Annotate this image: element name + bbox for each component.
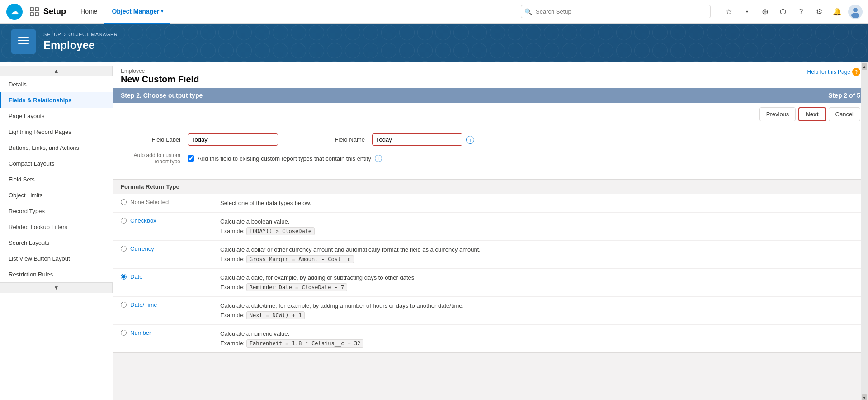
search-input[interactable]: [521, 5, 711, 18]
sidebar-scroll-up[interactable]: ▲: [0, 66, 113, 76]
field-name-info-icon[interactable]: i: [466, 136, 474, 144]
favorites-dropdown-icon[interactable]: ▾: [740, 5, 754, 19]
sidebar-item-field-sets[interactable]: Field Sets: [0, 171, 113, 187]
avatar[interactable]: [848, 5, 863, 19]
form-top-row: Employee New Custom Field Help for this …: [113, 62, 868, 88]
previous-button[interactable]: Previous: [760, 107, 796, 121]
sidebar-item-details[interactable]: Details: [0, 76, 113, 92]
cancel-button[interactable]: Cancel: [829, 107, 860, 121]
right-scrollbar[interactable]: ▲ ▼: [861, 62, 868, 400]
field-name-label: Field Name: [305, 136, 368, 143]
breadcrumb-setup[interactable]: SETUP: [43, 32, 61, 37]
sidebar-item-lightning-record-pages[interactable]: Lightning Record Pages: [0, 124, 113, 140]
top-navigation: ☁ Setup Home Object Manager ▾ 🔍 ☆ ▾ ⊕ ⬡ …: [0, 0, 868, 24]
formula-table: None SelectedSelect one of the data type…: [113, 194, 868, 352]
object-title-area: SETUP › OBJECT MANAGER Employee: [43, 32, 118, 52]
radio-number[interactable]: [121, 330, 127, 336]
formula-desc-checkbox: Calculate a boolean value.Example: TODAY…: [213, 212, 868, 240]
formula-row-number: NumberCalculate a numeric value.Example:…: [113, 324, 868, 352]
step-banner-text: Step 2. Choose output type: [121, 92, 203, 99]
svg-rect-9: [18, 40, 29, 41]
formula-option-none[interactable]: None Selected: [113, 194, 213, 212]
formula-example-datetime: Example: Next = NOW() + 1: [220, 311, 860, 320]
tab-object-manager[interactable]: Object Manager ▾: [104, 0, 170, 24]
help-link-text: Help for this Page: [807, 69, 850, 75]
formula-option-number[interactable]: Number: [113, 324, 213, 352]
svg-rect-3: [35, 8, 38, 11]
main-layout: ▲ DetailsFields & RelationshipsPage Layo…: [0, 62, 868, 400]
sidebar-item-search-layouts[interactable]: Search Layouts: [0, 235, 113, 251]
sidebar-item-related-lookup-filters[interactable]: Related Lookup Filters: [0, 219, 113, 235]
radio-checkbox[interactable]: [121, 218, 127, 224]
object-icon: [11, 29, 36, 54]
gear-icon[interactable]: ⚙: [812, 5, 826, 19]
radio-date[interactable]: [121, 274, 127, 280]
sidebar-item-fields-relationships[interactable]: Fields & Relationships: [0, 92, 113, 108]
form-title-area: Employee New Custom Field: [121, 68, 199, 85]
formula-option-currency[interactable]: Currency: [113, 240, 213, 268]
formula-option-datetime[interactable]: Date/Time: [113, 296, 213, 324]
field-name-input[interactable]: [372, 133, 462, 146]
radio-datetime[interactable]: [121, 302, 127, 308]
svg-text:☁: ☁: [10, 7, 19, 16]
scroll-down-btn[interactable]: ▼: [862, 394, 867, 400]
breadcrumb-object-manager[interactable]: OBJECT MANAGER: [68, 32, 118, 37]
field-name-row: Field Name i: [305, 133, 474, 146]
radio-none[interactable]: [121, 199, 127, 205]
formula-desc-number: Calculate a numeric value.Example: Fahre…: [213, 324, 868, 352]
sidebar-item-page-layouts[interactable]: Page Layouts: [0, 108, 113, 124]
radio-label-datetime: Date/Time: [130, 301, 157, 308]
field-label-row: Field Label: [121, 133, 278, 146]
svg-point-6: [853, 8, 858, 12]
formula-option-checkbox[interactable]: Checkbox: [113, 212, 213, 240]
help-link[interactable]: Help for this Page ?: [807, 68, 860, 76]
nav-tabs: Home Object Manager ▾: [73, 0, 170, 24]
sidebar-item-compact-layouts[interactable]: Compact Layouts: [0, 156, 113, 171]
object-manager-chevron: ▾: [161, 9, 163, 14]
object-header: SETUP › OBJECT MANAGER Employee: [0, 24, 868, 62]
radio-label-none: None Selected: [130, 199, 169, 205]
step-indicator: Step 2 of 5: [828, 92, 860, 99]
bell-icon[interactable]: 🔔: [830, 5, 844, 19]
radio-label-date: Date: [130, 273, 142, 280]
button-row: Previous Next Cancel: [113, 103, 868, 126]
formula-option-date[interactable]: Date: [113, 268, 213, 296]
radio-label-number: Number: [130, 329, 151, 336]
content-area: Employee New Custom Field Help for this …: [113, 62, 868, 400]
auto-add-checkbox[interactable]: [188, 155, 194, 162]
search-bar: 🔍: [521, 5, 711, 18]
auto-add-checkbox-label: Add this field to existing custom report…: [198, 155, 371, 162]
salesforce-logo[interactable]: ☁: [5, 3, 24, 21]
tab-home[interactable]: Home: [73, 0, 104, 24]
favorites-icon[interactable]: ☆: [722, 5, 736, 19]
fields-row: Field Label Field Name i: [121, 133, 860, 146]
formula-row-checkbox: CheckboxCalculate a boolean value.Exampl…: [113, 212, 868, 240]
step-banner: Step 2. Choose output type Step 2 of 5: [113, 88, 868, 103]
sidebar: ▲ DetailsFields & RelationshipsPage Layo…: [0, 62, 113, 400]
next-button[interactable]: Next: [798, 107, 826, 121]
radio-label-currency: Currency: [130, 245, 154, 252]
formula-example-number: Example: Fahrenheit = 1.8 * Celsius__c +…: [220, 339, 860, 348]
form-context-label: Employee: [121, 68, 199, 74]
sidebar-item-object-limits[interactable]: Object Limits: [0, 187, 113, 203]
object-name: Employee: [43, 39, 118, 52]
sidebar-item-restriction-rules[interactable]: Restriction Rules: [0, 267, 113, 282]
form-fields: Field Label Field Name i Auto add to cus…: [113, 126, 868, 179]
formula-section-header: Formula Return Type: [113, 179, 868, 194]
svg-rect-4: [30, 13, 33, 16]
sidebar-item-buttons-links-actions[interactable]: Buttons, Links, and Actions: [0, 140, 113, 156]
field-label-input[interactable]: [188, 133, 278, 146]
field-label-label: Field Label: [121, 136, 184, 143]
sidebar-scroll-down[interactable]: ▼: [0, 282, 113, 293]
sidebar-item-record-types[interactable]: Record Types: [0, 203, 113, 219]
radio-currency[interactable]: [121, 246, 127, 252]
app-grid-icon[interactable]: [27, 5, 42, 19]
sidebar-item-list-view-button-layout[interactable]: List View Button Layout: [0, 251, 113, 267]
scroll-up-btn[interactable]: ▲: [862, 63, 867, 70]
question-icon[interactable]: ?: [794, 5, 808, 19]
add-icon[interactable]: ⊕: [758, 5, 772, 19]
svg-rect-2: [30, 8, 33, 11]
help-headset-icon[interactable]: ⬡: [776, 5, 790, 19]
auto-add-info-icon[interactable]: i: [375, 155, 382, 162]
formula-desc-date: Calculate a date, for example, by adding…: [213, 268, 868, 296]
